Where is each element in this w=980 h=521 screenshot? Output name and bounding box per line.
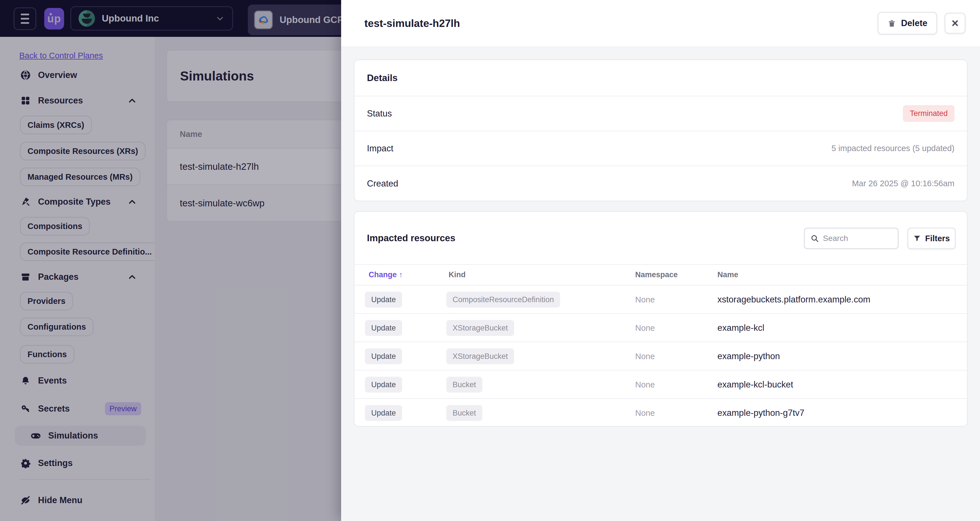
resource-name: example-kcl-bucket [718,370,793,399]
details-card: Details Status Terminated Impact 5 impac… [354,60,967,201]
change-chip: Update [365,405,402,421]
kind-chip: XStorageBucket [446,320,514,336]
change-chip: Update [365,320,402,336]
created-value: Mar 26 2025 @ 10:16:56am [852,179,955,188]
close-icon: × [951,16,959,30]
namespace-value: None [635,399,655,427]
status-badge: Terminated [903,105,955,122]
impacted-resources-card: Impacted resources Filters [354,211,967,427]
impacted-row[interactable]: Update XStorageBucket None example-kcl [355,314,967,342]
namespace-value: None [635,370,655,399]
filters-label: Filters [925,234,950,243]
drawer-scrim[interactable] [0,0,341,521]
detail-drawer: test-simulate-h27lh Delete × Details Sta… [341,0,980,521]
impacted-heading-row: Impacted resources Filters [355,212,967,264]
delete-button[interactable]: Delete [878,12,937,35]
change-chip: Update [365,377,402,392]
resource-name: example-python [718,342,780,370]
drawer-header: test-simulate-h27lh Delete × [341,0,980,47]
impact-value: 5 impacted resources (5 updated) [831,144,955,153]
created-label: Created [367,179,398,189]
namespace-value: None [635,342,655,370]
status-label: Status [367,108,392,119]
delete-label: Delete [901,18,927,29]
impacted-table-header: Change ↑ Kind Namespace Name [355,264,967,286]
kind-chip: Bucket [446,405,482,421]
column-header-change: Change [369,270,397,279]
kind-chip: XStorageBucket [446,348,514,364]
impact-label: Impact [367,143,393,154]
resource-name: xstoragebuckets.platform.example.com [718,286,870,314]
change-chip: Update [365,292,402,308]
column-header-namespace: Namespace [635,270,678,279]
impacted-row[interactable]: Update Bucket None example-python-g7tv7 [355,399,967,427]
impacted-row[interactable]: Update XStorageBucket None example-pytho… [355,342,967,370]
resource-name: example-kcl [718,314,764,342]
filter-funnel-icon [913,234,921,242]
impacted-row[interactable]: Update CompositeResourceDefinition None … [355,286,967,314]
search-icon [810,234,819,243]
status-row: Status Terminated [355,96,967,131]
sort-arrow-up-icon: ↑ [399,270,403,279]
column-header-name: Name [718,270,738,279]
screen: up Upbound Inc Upbound GCP U Bac [0,0,980,521]
column-header-change-sort[interactable]: Change ↑ [369,270,403,279]
close-button[interactable]: × [945,13,966,34]
kind-chip: CompositeResourceDefinition [446,292,560,308]
drawer-title: test-simulate-h27lh [364,0,460,47]
details-heading: Details [367,73,398,83]
search-input[interactable] [823,234,888,243]
namespace-value: None [635,314,655,342]
kind-chip: Bucket [446,377,482,392]
details-heading-row: Details [355,60,967,96]
created-row: Created Mar 26 2025 @ 10:16:56am [355,166,967,201]
search-box[interactable] [804,228,899,249]
filters-button[interactable]: Filters [907,228,956,249]
change-chip: Update [365,348,402,364]
drawer-body: Details Status Terminated Impact 5 impac… [341,47,980,521]
impacted-heading: Impacted resources [367,233,455,243]
column-header-kind: Kind [449,270,466,279]
resource-name: example-python-g7tv7 [718,399,805,427]
namespace-value: None [635,286,655,314]
impacted-row[interactable]: Update Bucket None example-kcl-bucket [355,370,967,399]
trash-icon [887,19,896,28]
impact-row: Impact 5 impacted resources (5 updated) [355,131,967,166]
